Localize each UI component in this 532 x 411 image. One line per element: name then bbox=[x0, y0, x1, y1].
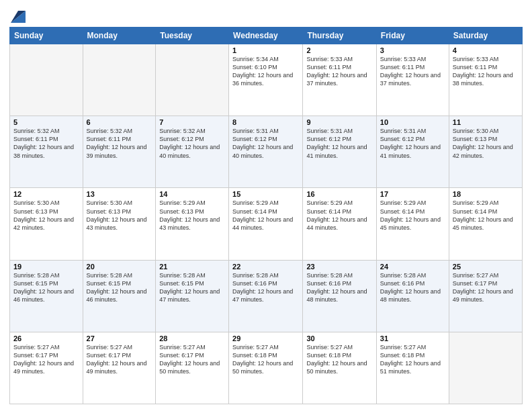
calendar-cell: 30Sunrise: 5:27 AM Sunset: 6:18 PM Dayli… bbox=[303, 332, 376, 404]
day-number: 14 bbox=[159, 190, 225, 198]
calendar-cell: 29Sunrise: 5:27 AM Sunset: 6:18 PM Dayli… bbox=[229, 332, 303, 404]
day-info: Sunrise: 5:31 AM Sunset: 6:12 PM Dayligh… bbox=[232, 127, 299, 160]
day-number: 22 bbox=[232, 263, 299, 271]
day-number: 9 bbox=[306, 118, 372, 126]
calendar-cell: 7Sunrise: 5:32 AM Sunset: 6:12 PM Daylig… bbox=[156, 116, 229, 188]
day-number: 30 bbox=[306, 334, 372, 342]
day-info: Sunrise: 5:33 AM Sunset: 6:11 PM Dayligh… bbox=[453, 55, 519, 88]
day-info: Sunrise: 5:29 AM Sunset: 6:14 PM Dayligh… bbox=[453, 199, 519, 232]
calendar-cell: 6Sunrise: 5:32 AM Sunset: 6:11 PM Daylig… bbox=[83, 116, 156, 188]
logo-icon bbox=[11, 4, 26, 23]
day-number: 29 bbox=[232, 334, 299, 342]
day-number: 2 bbox=[306, 46, 372, 54]
header bbox=[9, 7, 523, 23]
day-number: 19 bbox=[13, 263, 79, 271]
day-info: Sunrise: 5:28 AM Sunset: 6:15 PM Dayligh… bbox=[159, 271, 225, 304]
day-number: 12 bbox=[13, 190, 79, 198]
day-number: 3 bbox=[380, 46, 445, 54]
day-info: Sunrise: 5:27 AM Sunset: 6:17 PM Dayligh… bbox=[453, 271, 519, 304]
day-info: Sunrise: 5:28 AM Sunset: 6:16 PM Dayligh… bbox=[232, 271, 299, 304]
calendar-cell: 3Sunrise: 5:33 AM Sunset: 6:11 PM Daylig… bbox=[376, 44, 449, 116]
day-info: Sunrise: 5:33 AM Sunset: 6:11 PM Dayligh… bbox=[306, 55, 372, 88]
day-number: 27 bbox=[87, 334, 152, 342]
calendar-cell: 1Sunrise: 5:34 AM Sunset: 6:10 PM Daylig… bbox=[229, 44, 303, 116]
day-info: Sunrise: 5:28 AM Sunset: 6:15 PM Dayligh… bbox=[13, 271, 79, 304]
calendar-cell: 14Sunrise: 5:29 AM Sunset: 6:13 PM Dayli… bbox=[156, 188, 229, 260]
calendar-cell: 9Sunrise: 5:31 AM Sunset: 6:12 PM Daylig… bbox=[303, 116, 376, 188]
day-number: 8 bbox=[232, 118, 299, 126]
day-number: 20 bbox=[87, 263, 152, 271]
header-thursday: Thursday bbox=[303, 28, 376, 44]
calendar-cell: 27Sunrise: 5:27 AM Sunset: 6:17 PM Dayli… bbox=[83, 332, 156, 404]
week-row-2: 12Sunrise: 5:30 AM Sunset: 6:13 PM Dayli… bbox=[10, 188, 523, 260]
day-info: Sunrise: 5:34 AM Sunset: 6:10 PM Dayligh… bbox=[232, 55, 299, 88]
day-number: 23 bbox=[306, 263, 372, 271]
day-number: 16 bbox=[306, 190, 372, 198]
calendar-cell: 25Sunrise: 5:27 AM Sunset: 6:17 PM Dayli… bbox=[449, 260, 522, 332]
calendar-cell bbox=[10, 44, 83, 116]
calendar-cell bbox=[83, 44, 156, 116]
calendar-cell: 5Sunrise: 5:32 AM Sunset: 6:11 PM Daylig… bbox=[10, 116, 83, 188]
day-info: Sunrise: 5:29 AM Sunset: 6:14 PM Dayligh… bbox=[306, 199, 372, 232]
header-saturday: Saturday bbox=[449, 28, 522, 44]
day-info: Sunrise: 5:28 AM Sunset: 6:16 PM Dayligh… bbox=[380, 271, 445, 304]
day-number: 5 bbox=[13, 118, 79, 126]
calendar-cell: 11Sunrise: 5:30 AM Sunset: 6:13 PM Dayli… bbox=[449, 116, 522, 188]
day-info: Sunrise: 5:33 AM Sunset: 6:11 PM Dayligh… bbox=[380, 55, 445, 88]
day-info: Sunrise: 5:32 AM Sunset: 6:11 PM Dayligh… bbox=[87, 127, 152, 160]
calendar-cell: 21Sunrise: 5:28 AM Sunset: 6:15 PM Dayli… bbox=[156, 260, 229, 332]
day-info: Sunrise: 5:28 AM Sunset: 6:15 PM Dayligh… bbox=[87, 271, 152, 304]
calendar-cell: 26Sunrise: 5:27 AM Sunset: 6:17 PM Dayli… bbox=[10, 332, 83, 404]
day-number: 7 bbox=[159, 118, 225, 126]
day-number: 17 bbox=[380, 190, 445, 198]
day-number: 21 bbox=[159, 263, 225, 271]
day-info: Sunrise: 5:30 AM Sunset: 6:13 PM Dayligh… bbox=[87, 199, 152, 232]
calendar-cell: 8Sunrise: 5:31 AM Sunset: 6:12 PM Daylig… bbox=[229, 116, 303, 188]
day-info: Sunrise: 5:28 AM Sunset: 6:16 PM Dayligh… bbox=[306, 271, 372, 304]
week-row-1: 5Sunrise: 5:32 AM Sunset: 6:11 PM Daylig… bbox=[10, 116, 523, 188]
day-info: Sunrise: 5:27 AM Sunset: 6:18 PM Dayligh… bbox=[306, 343, 372, 376]
day-number: 1 bbox=[232, 46, 299, 54]
logo bbox=[9, 7, 26, 23]
calendar-cell: 18Sunrise: 5:29 AM Sunset: 6:14 PM Dayli… bbox=[449, 188, 522, 260]
day-number: 15 bbox=[232, 190, 299, 198]
calendar-cell: 2Sunrise: 5:33 AM Sunset: 6:11 PM Daylig… bbox=[303, 44, 376, 116]
calendar-cell: 17Sunrise: 5:29 AM Sunset: 6:14 PM Dayli… bbox=[376, 188, 449, 260]
day-number: 26 bbox=[13, 334, 79, 342]
calendar-cell: 19Sunrise: 5:28 AM Sunset: 6:15 PM Dayli… bbox=[10, 260, 83, 332]
week-row-0: 1Sunrise: 5:34 AM Sunset: 6:10 PM Daylig… bbox=[10, 44, 523, 116]
day-number: 6 bbox=[87, 118, 152, 126]
calendar-cell: 4Sunrise: 5:33 AM Sunset: 6:11 PM Daylig… bbox=[449, 44, 522, 116]
calendar-cell: 15Sunrise: 5:29 AM Sunset: 6:14 PM Dayli… bbox=[229, 188, 303, 260]
day-number: 28 bbox=[159, 334, 225, 342]
page: SundayMondayTuesdayWednesdayThursdayFrid… bbox=[0, 0, 532, 411]
header-wednesday: Wednesday bbox=[229, 28, 303, 44]
day-info: Sunrise: 5:27 AM Sunset: 6:18 PM Dayligh… bbox=[380, 343, 445, 376]
day-info: Sunrise: 5:27 AM Sunset: 6:17 PM Dayligh… bbox=[159, 343, 225, 376]
header-tuesday: Tuesday bbox=[156, 28, 229, 44]
calendar-cell: 23Sunrise: 5:28 AM Sunset: 6:16 PM Dayli… bbox=[303, 260, 376, 332]
header-friday: Friday bbox=[376, 28, 449, 44]
header-sunday: Sunday bbox=[10, 28, 83, 44]
calendar-cell: 28Sunrise: 5:27 AM Sunset: 6:17 PM Dayli… bbox=[156, 332, 229, 404]
day-number: 31 bbox=[380, 334, 445, 342]
day-info: Sunrise: 5:29 AM Sunset: 6:14 PM Dayligh… bbox=[232, 199, 299, 232]
day-info: Sunrise: 5:30 AM Sunset: 6:13 PM Dayligh… bbox=[13, 199, 79, 232]
day-info: Sunrise: 5:32 AM Sunset: 6:12 PM Dayligh… bbox=[159, 127, 225, 160]
day-number: 4 bbox=[453, 46, 519, 54]
calendar-header: SundayMondayTuesdayWednesdayThursdayFrid… bbox=[10, 28, 523, 44]
day-info: Sunrise: 5:31 AM Sunset: 6:12 PM Dayligh… bbox=[306, 127, 372, 160]
day-number: 25 bbox=[453, 263, 519, 271]
calendar-cell: 16Sunrise: 5:29 AM Sunset: 6:14 PM Dayli… bbox=[303, 188, 376, 260]
day-number: 13 bbox=[87, 190, 152, 198]
calendar-cell: 10Sunrise: 5:31 AM Sunset: 6:12 PM Dayli… bbox=[376, 116, 449, 188]
calendar-cell: 31Sunrise: 5:27 AM Sunset: 6:18 PM Dayli… bbox=[376, 332, 449, 404]
day-info: Sunrise: 5:29 AM Sunset: 6:14 PM Dayligh… bbox=[380, 199, 445, 232]
calendar-body: 1Sunrise: 5:34 AM Sunset: 6:10 PM Daylig… bbox=[10, 44, 523, 404]
header-monday: Monday bbox=[83, 28, 156, 44]
day-number: 11 bbox=[453, 118, 519, 126]
day-info: Sunrise: 5:31 AM Sunset: 6:12 PM Dayligh… bbox=[380, 127, 445, 160]
day-number: 10 bbox=[380, 118, 445, 126]
day-info: Sunrise: 5:30 AM Sunset: 6:13 PM Dayligh… bbox=[453, 127, 519, 160]
calendar-cell: 13Sunrise: 5:30 AM Sunset: 6:13 PM Dayli… bbox=[83, 188, 156, 260]
